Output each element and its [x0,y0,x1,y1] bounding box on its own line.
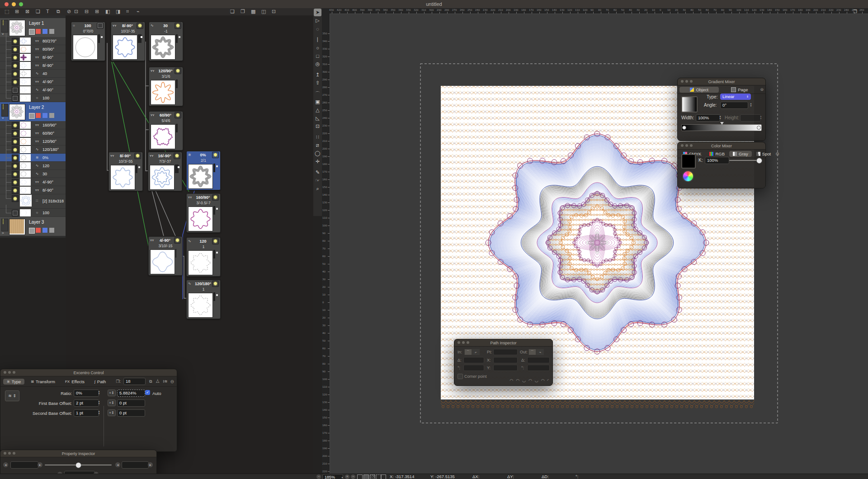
card-visibility-toggle[interactable] [175,23,181,29]
delta-out-field[interactable] [527,357,550,363]
angle-stepper[interactable]: ▲▼ [749,103,753,107]
frame-chip[interactable] [137,164,137,173]
item-visibility-toggle[interactable] [12,122,19,129]
layer-swatch[interactable] [42,113,47,118]
panel-options-icon[interactable]: ⊖ [170,379,174,384]
direction-tool[interactable]: ⇧ [314,79,321,87]
rectangle-tool[interactable]: □ [314,52,321,60]
in-corner-icon[interactable]: ⌐ [472,349,480,355]
property-slider[interactable] [45,465,112,465]
item-visibility-toggle[interactable] [12,130,19,137]
gradient-midpoint-marker[interactable] [720,122,724,125]
purple-chip[interactable] [177,124,178,132]
prev-value-button[interactable]: ◂ [3,462,8,467]
property-value-field-1[interactable] [10,461,38,469]
value-stepper[interactable]: ▲▼ [97,390,101,395]
ellipse-select-tool[interactable]: ◌ [314,25,321,33]
node-card-100[interactable]: ○1000°/0/0 [71,22,105,61]
gradient-stop-right[interactable] [757,126,761,130]
layer-swatch[interactable] [36,29,41,34]
node-card-490[interactable]: ʏʏ4/-90°3/10/-15 [148,236,183,276]
page-view-buttons[interactable] [357,474,382,479]
pt-field[interactable] [493,349,518,355]
node-card-120180[interactable]: ∿120/180°1 [186,280,221,319]
layer-swatch[interactable] [36,228,41,233]
stack-add-icon[interactable]: ⧉ [149,379,152,384]
item-visibility-toggle[interactable] [12,87,19,94]
stack-copy-icon[interactable]: ⧊ [156,379,160,384]
list-icon[interactable]: I≋ [163,379,168,384]
tab-type[interactable]: ≋Type [3,379,24,385]
item-visibility-toggle[interactable] [12,138,19,145]
gradient-stop-left[interactable] [682,126,686,130]
offset-mode-button[interactable]: +⇕ [108,390,116,396]
node-card-890[interactable]: ʏʏ8/-90°10/3/-55 [108,152,143,191]
canvas-area[interactable]: 4304204104003903803703603503403303203103… [322,8,868,474]
item-visibility-toggle[interactable] [12,62,19,69]
gradient-type-dropdown[interactable]: Linear⇕ [720,94,751,100]
value-field[interactable]: 2 pt [74,399,99,407]
item-visibility-toggle[interactable] [12,46,19,53]
x-field[interactable] [493,357,518,363]
frame-chip[interactable] [99,34,100,43]
line-tool[interactable]: ∣ [314,36,321,43]
expand-chevron-icon[interactable]: ˃ [2,231,4,235]
width-stepper[interactable]: ▲▼ [718,115,722,120]
width-field[interactable]: 100% [696,114,720,122]
layer-swatch[interactable] [49,228,54,233]
tab-path[interactable]: ʃPath [91,379,109,385]
panel-options-icon[interactable]: ⊖ [775,151,779,156]
value-stepper[interactable]: ▲▼ [97,410,101,415]
white-chip[interactable] [178,164,179,173]
blue-chip[interactable] [139,34,140,43]
layer-swatch[interactable] [29,113,35,119]
item-visibility-toggle[interactable] [12,155,19,161]
layer-header-layer-3[interactable]: Layer 3˃ [0,217,66,236]
item-visibility-toggle[interactable] [12,210,19,216]
layer-swatch[interactable] [42,228,47,233]
tab-spot[interactable]: Spot [753,151,775,157]
path-inspector-titlebar[interactable]: Path Inspector [454,339,552,347]
slant-tool[interactable]: ⧄ [314,141,321,149]
node-card-6090[interactable]: ʏʏ60/90°5/4/6 [149,111,183,150]
gradient-mixer-titlebar[interactable]: Gradient Mixer [678,78,765,85]
deg-in-field[interactable] [463,365,484,371]
property-value-field-2[interactable] [122,461,149,469]
node-card-0[interactable]: ≋0%2/1 [186,151,221,190]
curve-tool[interactable]: ⌒ [314,90,321,98]
frame-view-button[interactable] [381,474,386,479]
node-card-12090[interactable]: ʏʏ120/90°3/1/6 [149,67,183,106]
window-dots[interactable] [4,452,15,455]
zoom-tool[interactable]: ⌕ [314,185,321,193]
next-value-button-2[interactable]: ▸ [148,462,153,467]
frame-chip[interactable] [214,164,215,172]
anchor-tool[interactable]: ↥ [314,71,321,79]
k-value-field[interactable]: 100% [705,157,729,164]
layer-visibility-toggle[interactable] [1,20,8,33]
artwork[interactable] [330,14,868,474]
node-card-16090[interactable]: ʏʏ160/90°3/-0.5/-7 [186,193,221,233]
property-inspector-titlebar[interactable]: Property Inspector [0,450,156,457]
crop-tool[interactable]: ⊡ [314,122,321,130]
window-dots[interactable] [681,144,693,147]
gradient-preview-swatch[interactable] [681,96,698,113]
layer-swatch[interactable] [49,113,54,118]
secondary-field[interactable]: 0 pt [117,399,145,407]
item-visibility-toggle[interactable] [12,187,19,194]
layer-swatch[interactable] [49,29,54,34]
offset-mode-button[interactable]: +⇕ [108,409,116,416]
layer-swatch[interactable] [42,29,47,34]
corner-point-checkbox[interactable] [458,374,463,379]
zoom-stepper[interactable]: ▲▼ [340,474,344,479]
zoom-in-button[interactable]: + [345,474,349,479]
item-visibility-toggle[interactable] [12,95,19,102]
node-card-1690[interactable]: ʏʏ16/-90°7/3/-37 [148,152,182,191]
card-visibility-toggle[interactable] [134,153,141,159]
layer-swatch[interactable] [29,228,35,234]
select-tool[interactable]: ➤ [314,9,321,16]
card-visibility-toggle[interactable] [174,237,181,244]
move-tool[interactable]: ✛ [314,158,321,165]
layer-visibility-toggle[interactable] [1,104,8,117]
node-card-120[interactable]: ∿1201 [186,237,221,277]
window-dots[interactable] [4,371,15,374]
